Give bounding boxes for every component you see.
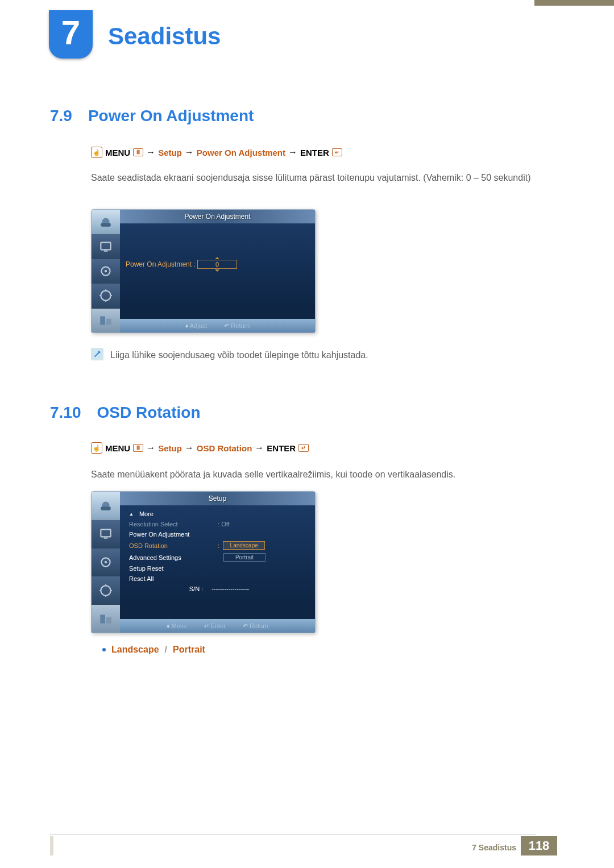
footer-return: ↶ Return [243, 622, 268, 630]
osd-footer: ♦ Move ↵ Enter ↶ Return [120, 619, 315, 633]
osd-sidebar [92, 492, 120, 633]
osd-row-label: Power On Adjustment : [126, 260, 196, 268]
arrow-icon: → [146, 443, 155, 453]
arrow-icon: → [288, 147, 297, 157]
nav-enter: ENTER [300, 148, 329, 157]
sidebar-item [92, 234, 120, 259]
svg-point-14 [105, 561, 107, 563]
bullet-row: Landscape / Portrait [102, 645, 557, 655]
sidebar-item [92, 210, 120, 234]
section-heading-79: 7.9 Power On Adjustment [50, 107, 254, 125]
menu-row-sn: S/N : ------------------ [129, 584, 309, 594]
option-portrait-text: Portrait [173, 645, 205, 655]
svg-rect-12 [104, 538, 108, 539]
menu-row-resolution: Resolution Select : Off [129, 519, 309, 529]
menu-row-osdrotation: OSD Rotation : Landscape [129, 539, 309, 551]
osd-footer: ♦ Adjust ↶ Return [120, 319, 315, 333]
osd-title: Setup [120, 492, 315, 505]
svg-rect-2 [101, 242, 110, 250]
footer-adjust: ♦ Adjust [185, 322, 208, 329]
section-title: OSD Rotation [97, 404, 201, 422]
nav-item: Power On Adjustment [197, 148, 285, 157]
svg-rect-10 [101, 507, 110, 511]
option-landscape: Landscape [223, 541, 265, 550]
section-title: Power On Adjustment [88, 107, 254, 125]
menu-icon: Ⅲ [133, 148, 143, 156]
option-portrait: Portrait [223, 553, 265, 562]
svg-rect-16 [100, 614, 105, 623]
footer-return: ↶ Return [224, 322, 250, 330]
svg-point-15 [101, 585, 110, 595]
footer-rule [50, 834, 529, 835]
section-number: 7.9 [50, 107, 72, 125]
section-heading-710: 7.10 OSD Rotation [50, 404, 201, 422]
menu-icon: Ⅲ [133, 444, 143, 452]
nav-path-710: ☝ MENU Ⅲ → Setup → OSD Rotation → ENTER … [91, 442, 557, 454]
body-text-710: Saate menüüakent pöörata ja kuvada selle… [91, 467, 557, 482]
nav-setup: Setup [158, 443, 182, 453]
footer-left-stripe [50, 836, 53, 855]
sidebar-item [92, 284, 120, 308]
bullet-dot-icon [102, 648, 106, 651]
sidebar-item [92, 605, 120, 633]
svg-rect-11 [101, 530, 110, 537]
footer-move: ♦ Move [167, 622, 187, 629]
sidebar-item [92, 309, 120, 333]
chapter-number-tab: 7 [49, 10, 93, 59]
sidebar-item [92, 520, 120, 549]
menu-row-poa: Power On Adjustment [129, 529, 309, 539]
header-accent [534, 0, 614, 6]
section-number: 7.10 [50, 404, 81, 422]
arrow-icon: → [255, 443, 264, 453]
svg-rect-7 [100, 316, 105, 325]
nav-menu: MENU [105, 443, 130, 453]
arrow-icon: → [185, 147, 194, 157]
nav-item: OSD Rotation [197, 443, 252, 453]
arrow-icon: → [146, 147, 155, 157]
footer-enter: ↵ Enter [204, 622, 226, 630]
sidebar-item [92, 492, 120, 520]
svg-rect-17 [106, 617, 111, 623]
option-separator: / [165, 645, 167, 655]
svg-point-5 [105, 270, 107, 272]
chapter-title: Seadistus [108, 23, 221, 50]
osd-value-box: 0 [197, 260, 237, 269]
svg-point-6 [101, 291, 110, 301]
note-row: Liiga lühike soojendusaeg võib toodet ül… [91, 348, 557, 363]
option-landscape-text: Landscape [111, 645, 159, 655]
osd-sidebar [92, 210, 120, 333]
osd-screenshot-poa: Power On Adjustment Power On Adjustment … [91, 209, 316, 333]
sidebar-item [92, 549, 120, 577]
enter-icon: ↵ [298, 444, 309, 452]
svg-rect-1 [101, 223, 110, 227]
note-icon [91, 348, 103, 360]
arrow-icon: → [185, 443, 194, 453]
nav-path-79: ☝ MENU Ⅲ → Setup → Power On Adjustment →… [91, 147, 557, 158]
note-text: Liiga lühike soojendusaeg võib toodet ül… [110, 348, 368, 363]
osd-title: Power On Adjustment [120, 210, 315, 223]
svg-rect-3 [104, 250, 108, 251]
nav-setup: Setup [158, 148, 182, 157]
menu-row-setupreset: Setup Reset [129, 563, 309, 574]
nav-menu: MENU [105, 148, 130, 157]
osd-screenshot-setup: Setup More Resolution Select : Off Power… [91, 491, 316, 633]
sidebar-item [92, 576, 120, 605]
footer-chapter-label: 7 Seadistus [472, 843, 516, 852]
page-number: 118 [521, 836, 557, 855]
enter-icon: ↵ [332, 148, 342, 156]
page: 7 Seadistus 7.9 Power On Adjustment ☝ ME… [0, 0, 614, 868]
svg-rect-8 [106, 319, 111, 325]
menu-row-resetall: Reset All [129, 574, 309, 584]
remote-icon: ☝ [91, 147, 102, 158]
remote-icon: ☝ [91, 442, 102, 454]
nav-enter: ENTER [267, 443, 296, 453]
menu-row-advanced: Advanced Settings Portrait [129, 551, 309, 563]
body-text-79: Saate seadistada ekraani soojendusaja si… [91, 171, 557, 185]
osd-value-row: Power On Adjustment : 0 [126, 260, 309, 269]
menu-more: More [129, 509, 309, 519]
sidebar-item [92, 259, 120, 284]
